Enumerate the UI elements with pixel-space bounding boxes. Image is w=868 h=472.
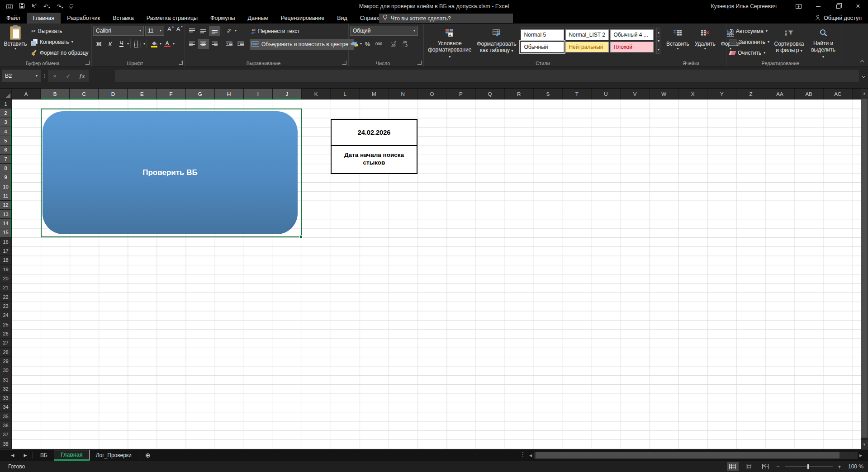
column-header-W[interactable]: W [650, 89, 678, 99]
clear-button[interactable]: Очистить▾ [728, 47, 771, 58]
zoom-slider-handle[interactable] [807, 464, 809, 469]
sheet-tab-Лог_Проверки[interactable]: Лог_Проверки [90, 450, 138, 461]
row-header-19[interactable]: 19 [0, 265, 12, 274]
align-right-button[interactable] [209, 39, 220, 49]
name-box[interactable]: B2▾ [2, 70, 41, 82]
sheet-tab-Главная[interactable]: Главная [54, 450, 90, 461]
date-value-cell[interactable]: 24.02.2026 [332, 120, 417, 146]
row-header-24[interactable]: 24 [0, 311, 12, 320]
row-header-10[interactable]: 10 [0, 182, 12, 191]
increase-indent-button[interactable] [235, 39, 246, 49]
row-header-31[interactable]: 31 [0, 375, 12, 384]
ribbon-tab-Главная[interactable]: Главная [27, 13, 61, 24]
row-header-4[interactable]: 4 [0, 127, 12, 136]
font-color-dropdown[interactable]: ▾ [173, 42, 175, 46]
clipboard-dialog-launcher[interactable] [85, 61, 90, 65]
bold-button[interactable]: Ж [93, 39, 104, 49]
column-header-R[interactable]: R [505, 89, 534, 99]
expand-formula-bar-icon[interactable] [862, 74, 865, 78]
ribbon-tab-Формулы[interactable]: Формулы [204, 13, 241, 24]
user-name[interactable]: Кузнецов Илья Сергеевич [711, 3, 777, 9]
column-header-H[interactable]: H [215, 89, 244, 99]
gallery-more-button[interactable]: ▼ [657, 45, 660, 53]
column-header-N[interactable]: N [389, 89, 417, 99]
confirm-entry-icon[interactable]: ✓ [62, 73, 75, 80]
number-dialog-launcher[interactable] [417, 61, 422, 65]
row-header-29[interactable]: 29 [0, 357, 12, 366]
ribbon-display-options-button[interactable] [788, 0, 808, 13]
style-item-Обычный 4 ...[interactable]: Обычный 4 ... [610, 29, 654, 40]
row-header-28[interactable]: 28 [0, 348, 12, 357]
style-item-Плохой[interactable]: Плохой [610, 42, 654, 52]
row-header-14[interactable]: 14 [0, 219, 12, 228]
undo-icon[interactable]: ↶▾ [43, 3, 50, 10]
alignment-dialog-launcher[interactable] [342, 61, 346, 65]
column-header-Y[interactable]: Y [707, 89, 736, 99]
style-item-Нейтральный[interactable]: Нейтральный [565, 42, 609, 52]
number-format-combo[interactable]: Общий▾ [350, 26, 418, 36]
row-header-15[interactable]: 15 [0, 228, 12, 237]
column-header-F[interactable]: F [157, 89, 185, 99]
column-header-G[interactable]: G [186, 89, 215, 99]
row-header-32[interactable]: 32 [0, 384, 12, 393]
format-as-table-button[interactable]: Форматировать как таблицу ▾ [474, 25, 519, 59]
row-header-21[interactable]: 21 [0, 283, 12, 293]
row-header-17[interactable]: 17 [0, 246, 12, 255]
font-size-combo[interactable]: 11▾ [145, 26, 164, 36]
fill-handle[interactable] [299, 235, 303, 238]
ribbon-tab-Разметка страницы[interactable]: Разметка страницы [140, 13, 204, 24]
column-header-P[interactable]: P [446, 89, 475, 99]
style-item-Обычный[interactable]: Обычный [521, 42, 564, 52]
insert-cells-button[interactable]: Вставить ▾ [664, 25, 692, 59]
row-header-3[interactable]: 3 [0, 118, 12, 127]
date-caption-cell[interactable]: Дата начала поиска стыков [332, 146, 417, 171]
row-header-5[interactable]: 5 [0, 136, 12, 145]
align-top-button[interactable] [186, 26, 198, 36]
customize-qat-icon[interactable] [70, 5, 73, 8]
paste-button[interactable]: Вставить ▾ [1, 25, 29, 59]
row-header-36[interactable]: 36 [0, 421, 12, 430]
ribbon-tab-Рецензирование[interactable]: Рецензирование [275, 13, 331, 24]
vertical-scrollbar[interactable]: ▲ ▼ [861, 89, 868, 449]
horizontal-scroll-thumb[interactable] [536, 452, 840, 458]
copy-button[interactable]: Копировать▾ [29, 37, 90, 47]
column-header-Z[interactable]: Z [736, 89, 765, 99]
shrink-font-button[interactable]: А▼ [175, 26, 182, 36]
next-sheet-icon[interactable]: ▶ [19, 450, 32, 461]
row-header-23[interactable]: 23 [0, 302, 12, 311]
increase-decimal-button[interactable]: ←,0,00 [388, 39, 399, 49]
column-header-X[interactable]: X [678, 89, 707, 99]
row-header-35[interactable]: 35 [0, 412, 12, 421]
comma-style-button[interactable]: 000 [373, 39, 384, 49]
column-header-I[interactable]: I [244, 89, 273, 99]
grow-font-button[interactable]: А▲ [166, 26, 173, 36]
column-header-J[interactable]: J [273, 89, 302, 99]
column-header-T[interactable]: T [563, 89, 592, 99]
orientation-dropdown[interactable]: ▾ [235, 29, 237, 33]
row-header-8[interactable]: 8 [0, 164, 12, 173]
fill-button[interactable]: ↓Заполнить▾ [728, 37, 771, 47]
horizontal-scrollbar[interactable]: ◀ ▶ [527, 451, 864, 459]
merge-center-button[interactable]: Объединить и поместить в центре ▾ [250, 39, 354, 50]
column-header-B[interactable]: B [41, 89, 70, 99]
align-center-button[interactable] [198, 39, 209, 49]
accounting-format-button[interactable] [350, 39, 360, 49]
zoom-out-button[interactable]: − [776, 463, 780, 470]
column-header-D[interactable]: D [99, 89, 128, 99]
ribbon-tab-Вид[interactable]: Вид [331, 13, 354, 24]
row-header-2[interactable]: 2 [0, 109, 12, 118]
close-button[interactable]: × [848, 0, 868, 13]
find-select-button[interactable]: Найти и выделить ▾ [807, 25, 840, 59]
row-header-6[interactable]: 6 [0, 146, 12, 155]
zoom-level[interactable]: 100 % [848, 463, 863, 470]
row-header-18[interactable]: 18 [0, 256, 12, 265]
fill-color-button[interactable] [148, 39, 160, 49]
align-middle-button[interactable] [198, 26, 209, 36]
column-header-A[interactable]: A [12, 89, 41, 99]
ribbon-tab-Вставка[interactable]: Вставка [106, 13, 140, 24]
ribbon-tab-Данные[interactable]: Данные [242, 13, 275, 24]
column-header-C[interactable]: C [70, 89, 99, 99]
column-header-U[interactable]: U [592, 89, 621, 99]
column-header-Q[interactable]: Q [476, 89, 505, 99]
macro-button-shape[interactable]: Проверить ВБ [43, 111, 298, 234]
